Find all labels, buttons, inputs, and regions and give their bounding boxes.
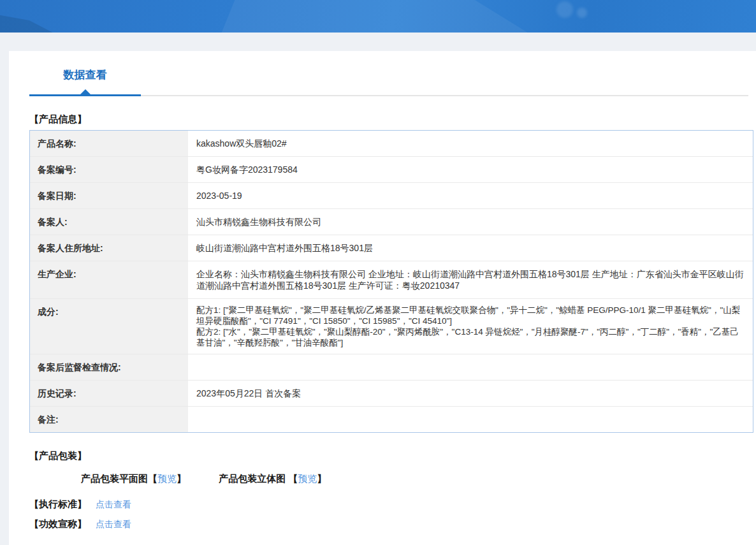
tab-bar: 数据查看: [29, 51, 748, 96]
table-row: 备案后监督检查情况:: [30, 354, 753, 381]
product-info-table: 产品名称: kakashow双头唇釉02# 备案编号: 粤G妆网备字202317…: [29, 130, 753, 433]
row-label-history: 历史记录:: [30, 381, 188, 406]
row-label-filer-address: 备案人住所地址:: [30, 235, 188, 261]
product-package-heading: 【产品包装】: [29, 450, 750, 462]
table-row: 备案人: 汕头市精锐鑫生物科技有限公司: [30, 209, 753, 235]
row-value-filer: 汕头市精锐鑫生物科技有限公司: [188, 209, 753, 235]
row-value-filing-date: 2023-05-19: [188, 183, 753, 208]
exec-standard-heading: 【执行标准】: [29, 498, 87, 509]
package-stereo-item: 产品包装立体图 【预览】: [219, 473, 326, 484]
tab-data-view[interactable]: 数据查看: [29, 68, 141, 96]
row-label-product-name: 产品名称:: [30, 131, 188, 156]
package-flat-preview-link[interactable]: 预览: [157, 473, 177, 484]
row-value-history: 2023年05月22日 首次备案: [188, 381, 753, 406]
table-row: 成分: 配方1: ["聚二甲基硅氧烷"，"聚二甲基硅氧烷/乙烯基聚二甲基硅氧烷交…: [30, 299, 753, 354]
table-row: 备注:: [30, 407, 753, 432]
banner-decoration-circle: [556, 1, 573, 18]
table-row: 生产企业: 企业名称：汕头市精锐鑫生物科技有限公司 企业地址：岐山街道潮汕路中宫…: [30, 261, 753, 299]
package-previews: 产品包装平面图【预览】 产品包装立体图 【预览】: [29, 473, 750, 485]
banner-decoration-polygon: [217, 0, 561, 33]
row-label-post-filing-inspection: 备案后监督检查情况:: [30, 354, 188, 380]
row-label-filer: 备案人:: [30, 209, 188, 235]
top-banner: [0, 0, 756, 33]
package-flat-item: 产品包装平面图【预览】: [81, 473, 186, 484]
banner-decoration-corner: [0, 13, 64, 33]
exec-standard-line: 【执行标准】点击查看: [29, 498, 750, 511]
product-info-heading: 【产品信息】: [29, 113, 750, 126]
package-stereo-preview-link[interactable]: 预览: [298, 473, 317, 484]
package-stereo-label: 产品包装立体图 【: [219, 473, 298, 484]
row-value-remarks: [188, 407, 753, 432]
efficacy-claim-heading: 【功效宣称】: [29, 518, 87, 529]
row-label-filing-date: 备案日期:: [30, 183, 188, 208]
row-label-manufacturer: 生产企业:: [30, 261, 188, 298]
package-flat-bracket: 】: [177, 473, 186, 484]
tab-data-view-label: 数据查看: [64, 69, 107, 81]
row-label-remarks: 备注:: [30, 407, 188, 432]
table-row: 备案日期: 2023-05-19: [30, 183, 753, 209]
table-row: 备案编号: 粤G妆网备字2023179584: [30, 157, 753, 183]
row-label-ingredients: 成分:: [30, 299, 188, 354]
package-flat-label: 产品包装平面图【: [81, 473, 157, 484]
row-label-filing-number: 备案编号:: [30, 157, 188, 182]
row-value-post-filing-inspection: [188, 354, 753, 380]
tab-active-arrow-icon: [80, 89, 91, 94]
exec-standard-view-link[interactable]: 点击查看: [96, 499, 131, 509]
package-stereo-bracket: 】: [317, 473, 326, 484]
table-row: 历史记录: 2023年05月22日 首次备案: [30, 381, 753, 407]
row-value-manufacturer: 企业名称：汕头市精锐鑫生物科技有限公司 企业地址：岐山街道潮汕路中宫村道外围五格…: [188, 261, 753, 298]
content-card: 数据查看 【产品信息】 产品名称: kakashow双头唇釉02# 备案编号: …: [9, 51, 756, 545]
table-row: 备案人住所地址: 岐山街道潮汕路中宫村道外围五格18号301层: [30, 235, 753, 261]
efficacy-claim-view-link[interactable]: 点击查看: [96, 519, 131, 529]
row-value-filer-address: 岐山街道潮汕路中宫村道外围五格18号301层: [188, 235, 753, 261]
row-value-product-name: kakashow双头唇釉02#: [188, 131, 753, 156]
banner-decoration-circle: [577, 8, 587, 18]
row-value-ingredients: 配方1: ["聚二甲基硅氧烷"，"聚二甲基硅氧烷/乙烯基聚二甲基硅氧烷交联聚合物…: [188, 299, 753, 354]
table-row: 产品名称: kakashow双头唇釉02#: [30, 131, 753, 157]
efficacy-claim-line: 【功效宣称】点击查看: [29, 518, 750, 530]
row-value-filing-number: 粤G妆网备字2023179584: [188, 157, 753, 182]
